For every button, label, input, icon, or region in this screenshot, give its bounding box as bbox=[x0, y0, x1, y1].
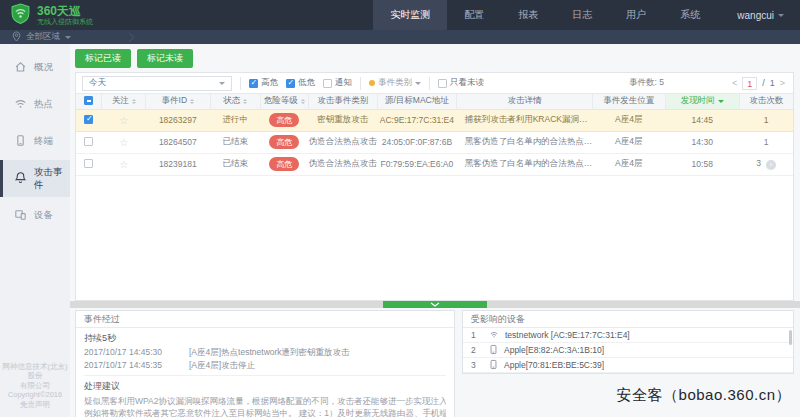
event-id: 18263297 bbox=[146, 109, 211, 131]
chevron-down-icon[interactable] bbox=[65, 36, 71, 42]
sidebar-item-attack-events[interactable]: 攻击事件 bbox=[0, 160, 70, 197]
attack-detail: 黑客伪造了白名单内的合法热点 ASUS，伪造热... bbox=[457, 153, 593, 175]
sort-icon[interactable] bbox=[243, 97, 247, 106]
high-risk-checkbox[interactable]: 高危 bbox=[249, 77, 278, 89]
region-selector[interactable]: 全部区域 bbox=[26, 31, 60, 43]
next-page-button[interactable]: > bbox=[780, 78, 785, 88]
checkbox-checked-icon[interactable] bbox=[286, 79, 295, 88]
nav-item-system[interactable]: 系统 bbox=[663, 0, 717, 30]
device-list-item[interactable]: 1 testnetwork [AC:9E:17:7C:31:E4] bbox=[463, 328, 793, 343]
device-icon bbox=[489, 359, 498, 372]
scrollbar-thumb[interactable] bbox=[789, 330, 792, 345]
table-row[interactable]: ☆ 18264507 已结束 高危 伪造合法热点攻击 24:05:0F:0F:8… bbox=[76, 131, 793, 153]
event-id: 18264507 bbox=[146, 131, 211, 153]
disclaimer-link[interactable]: 免责声明 bbox=[0, 400, 70, 410]
terminal-icon bbox=[14, 134, 27, 149]
sort-icon[interactable] bbox=[132, 97, 136, 106]
sidebar-item-hotspots[interactable]: 热点 bbox=[0, 86, 70, 123]
sort-icon[interactable] bbox=[301, 97, 305, 106]
app-logo: 360天巡 无线入侵防御系统 bbox=[0, 0, 230, 30]
event-location: A座4层 bbox=[592, 153, 665, 175]
watermark: 安全客（bobao.360.cn） bbox=[617, 386, 791, 405]
device-list-item[interactable]: 2 Apple[E8:82:AC:3A:1B:10] bbox=[463, 343, 793, 358]
col-location: 事件发生位置 bbox=[592, 94, 665, 109]
col-attack-detail: 攻击详情 bbox=[457, 94, 593, 109]
user-menu[interactable]: wangcui bbox=[717, 0, 800, 30]
sidebar-item-terminals[interactable]: 终端 bbox=[0, 123, 70, 160]
sidebar-item-devices[interactable]: 设备 bbox=[0, 197, 70, 234]
table-row[interactable]: ☆ 18263297 进行中 高危 密钥重放攻击 AC:9E:17:7C:31:… bbox=[76, 109, 793, 131]
device-index: 3 bbox=[471, 360, 483, 370]
checkbox-icon[interactable] bbox=[323, 79, 332, 88]
event-status: 进行中 bbox=[210, 109, 260, 131]
col-event-id[interactable]: 事件ID bbox=[146, 94, 211, 109]
select-all-checkbox[interactable] bbox=[84, 96, 93, 105]
chevron-down-icon bbox=[415, 82, 421, 88]
collapse-handle[interactable] bbox=[383, 301, 487, 308]
breadcrumb-arrow-icon bbox=[125, 32, 135, 42]
row-checkbox[interactable] bbox=[84, 159, 93, 168]
mark-read-button[interactable]: 标记已读 bbox=[75, 49, 131, 68]
timeline-entry: 2017/10/17 14:45:30 [A座4层]热点testnetwork遭… bbox=[84, 346, 446, 359]
table-row[interactable]: ☆ 18239181 已结束 高危 伪造合法热点攻击 F0:79:59:EA:E… bbox=[76, 153, 793, 175]
star-icon[interactable]: ☆ bbox=[119, 159, 128, 170]
discover-time: 10:58 bbox=[665, 153, 739, 175]
divider bbox=[360, 77, 361, 90]
table-header-row: 关注 事件ID 状态 危险等级 攻击事件类别 源/目标MAC地址 攻击详情 事件… bbox=[76, 94, 793, 109]
notice-checkbox[interactable]: 通知 bbox=[323, 77, 352, 89]
sort-icon[interactable] bbox=[190, 97, 194, 106]
mark-unread-button[interactable]: 标记未读 bbox=[137, 49, 193, 68]
device-label: Apple[E8:82:AC:3A:1B:10] bbox=[504, 345, 604, 355]
device-index: 1 bbox=[471, 330, 483, 340]
device-label: testnetwork [AC:9E:17:7C:31:E4] bbox=[505, 330, 630, 340]
device-index: 2 bbox=[471, 345, 483, 355]
timeline-text: [A座4层]攻击停止 bbox=[189, 359, 255, 372]
select-all-checkbox-cell bbox=[76, 94, 102, 109]
shield-wifi-logo-icon bbox=[10, 3, 31, 28]
divider bbox=[240, 77, 241, 90]
nav-item-report[interactable]: 报表 bbox=[501, 0, 555, 30]
col-status[interactable]: 状态 bbox=[210, 94, 260, 109]
row-checkbox[interactable] bbox=[84, 115, 93, 124]
home-icon bbox=[14, 60, 27, 75]
sidebar-item-overview[interactable]: 概况 bbox=[0, 49, 70, 86]
checkbox-checked-icon[interactable] bbox=[249, 79, 258, 88]
prev-page-button[interactable]: < bbox=[732, 78, 737, 88]
nav-item-realtime[interactable]: 实时监测 bbox=[373, 0, 447, 30]
mac-address: 24:05:0F:0F:87:6B bbox=[377, 131, 457, 153]
device-label: Apple[70:81:EB:BE:5C:39] bbox=[504, 360, 604, 370]
nav-item-config[interactable]: 配置 bbox=[447, 0, 501, 30]
attack-detail: 捕获到攻击者利用KRACK漏洞恶意重放三次握手... bbox=[457, 109, 593, 131]
event-detail-title: 事件经过 bbox=[76, 311, 454, 328]
wifi-icon bbox=[14, 97, 27, 112]
event-status: 已结束 bbox=[210, 131, 260, 153]
checkbox-icon[interactable] bbox=[438, 79, 447, 88]
app-subtitle: 无线入侵防御系统 bbox=[37, 18, 93, 26]
nav-item-user[interactable]: 用户 bbox=[609, 0, 663, 30]
unread-only-checkbox[interactable]: 只看未读 bbox=[438, 77, 484, 89]
row-checkbox[interactable] bbox=[84, 137, 93, 146]
date-range-select[interactable]: 今天 bbox=[82, 76, 232, 91]
company-name-line2: 有限公司 bbox=[0, 381, 70, 391]
copyright-block: 网神信息技术(北京)股份 有限公司 Copyright©2016 免责声明 bbox=[0, 362, 70, 410]
low-risk-checkbox[interactable]: 低危 bbox=[286, 77, 315, 89]
main-content: 标记已读 标记未读 今天 高危 低危 bbox=[70, 44, 800, 417]
star-icon[interactable]: ☆ bbox=[119, 115, 128, 126]
col-watch[interactable]: 关注 bbox=[102, 94, 146, 109]
attack-detail: 黑客伪造了白名单内的合法热点 360免费WiFi-6B... bbox=[457, 131, 593, 153]
devices-icon bbox=[14, 208, 27, 223]
nav-item-log[interactable]: 日志 bbox=[555, 0, 609, 30]
expand-arrow-icon[interactable]: › bbox=[766, 160, 776, 170]
col-risk-level[interactable]: 危险等级 bbox=[260, 94, 308, 109]
star-icon[interactable]: ☆ bbox=[119, 137, 128, 148]
affected-devices-title: 受影响的设备 bbox=[463, 311, 793, 328]
device-list-item[interactable]: 3 Apple[70:81:EB:BE:5C:39] bbox=[463, 358, 793, 373]
events-table-card: 今天 高危 低危 通知 事件类 bbox=[75, 72, 794, 301]
col-discover-time[interactable]: 发现时间 bbox=[665, 94, 739, 109]
event-category-dropdown[interactable]: 事件类别 bbox=[369, 77, 421, 89]
app-title: 360天巡 bbox=[37, 5, 93, 18]
risk-badge: 高危 bbox=[269, 113, 299, 127]
chevron-down-icon bbox=[778, 14, 784, 20]
page-separator: / bbox=[762, 78, 765, 88]
attack-count: 1 bbox=[739, 131, 793, 153]
